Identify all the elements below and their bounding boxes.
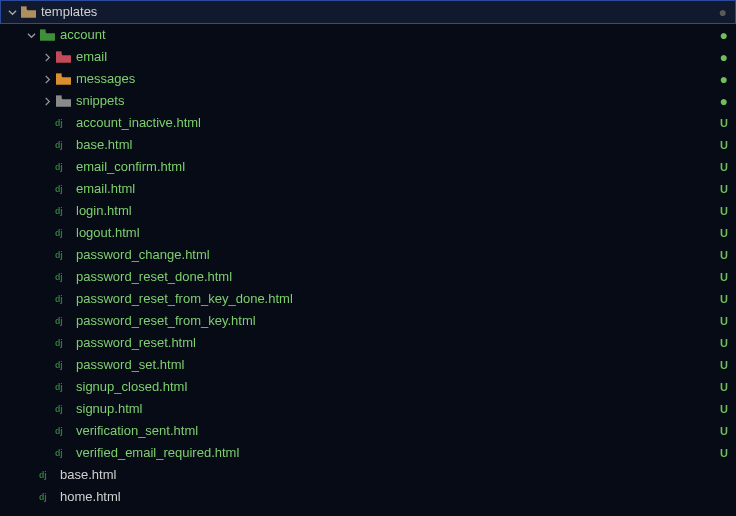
git-status-untracked: U — [720, 244, 728, 266]
folder-red-icon — [54, 51, 72, 63]
tree-item-label: email.html — [76, 178, 135, 200]
git-status-untracked: U — [720, 354, 728, 376]
django-file-icon: dj — [54, 139, 72, 151]
svg-text:dj: dj — [55, 162, 63, 172]
svg-text:dj: dj — [55, 250, 63, 260]
tree-item-label: base.html — [76, 134, 132, 156]
file-tree: templates ● account●email●messages●snipp… — [0, 0, 736, 508]
tree-item-label: snippets — [76, 90, 124, 112]
git-status-dot: ● — [720, 68, 728, 90]
svg-text:dj: dj — [39, 470, 47, 480]
tree-row[interactable]: messages● — [0, 68, 736, 90]
chevron-down-icon[interactable] — [24, 31, 38, 40]
git-status-untracked: U — [720, 332, 728, 354]
tree-item-label: signup_closed.html — [76, 376, 187, 398]
tree-item-label: signup.html — [76, 398, 142, 420]
git-status-dot: ● — [720, 24, 728, 46]
tree-item-label: account — [60, 24, 106, 46]
svg-rect-2 — [56, 51, 62, 54]
svg-text:dj: dj — [55, 448, 63, 458]
tree-row[interactable]: djlogin.htmlU — [0, 200, 736, 222]
django-file-icon: dj — [54, 227, 72, 239]
tree-item-label: email — [76, 46, 107, 68]
tree-row[interactable]: djsignup_closed.htmlU — [0, 376, 736, 398]
django-file-icon: dj — [54, 315, 72, 327]
django-file-icon: dj — [38, 491, 56, 503]
tree-item-label: password_reset_done.html — [76, 266, 232, 288]
git-status-untracked: U — [720, 178, 728, 200]
git-status-untracked: U — [720, 442, 728, 464]
git-status-untracked: U — [720, 398, 728, 420]
svg-rect-1 — [40, 29, 46, 32]
git-status-untracked: U — [720, 376, 728, 398]
tree-row[interactable]: djpassword_change.htmlU — [0, 244, 736, 266]
git-status-untracked: U — [720, 420, 728, 442]
tree-row[interactable]: djlogout.htmlU — [0, 222, 736, 244]
tree-item-label: password_reset_from_key.html — [76, 310, 256, 332]
django-file-icon: dj — [54, 117, 72, 129]
chevron-down-icon[interactable] — [5, 8, 19, 17]
tree-root-row[interactable]: templates ● — [0, 0, 736, 24]
folder-root-icon — [19, 6, 37, 18]
django-file-icon: dj — [54, 359, 72, 371]
tree-row[interactable]: djemail.htmlU — [0, 178, 736, 200]
tree-row[interactable]: djpassword_reset_from_key.htmlU — [0, 310, 736, 332]
tree-item-label: logout.html — [76, 222, 140, 244]
svg-text:dj: dj — [55, 184, 63, 194]
chevron-right-icon[interactable] — [40, 75, 54, 84]
git-status-untracked: U — [720, 288, 728, 310]
tree-item-label: account_inactive.html — [76, 112, 201, 134]
tree-item-label: password_set.html — [76, 354, 184, 376]
django-file-icon: dj — [54, 447, 72, 459]
django-file-icon: dj — [54, 161, 72, 173]
tree-row[interactable]: email● — [0, 46, 736, 68]
git-status-untracked: U — [720, 156, 728, 178]
svg-text:dj: dj — [55, 228, 63, 238]
status-indicator: ● — [719, 1, 727, 23]
tree-row[interactable]: djsignup.htmlU — [0, 398, 736, 420]
django-file-icon: dj — [54, 271, 72, 283]
svg-text:dj: dj — [55, 404, 63, 414]
svg-text:dj: dj — [55, 206, 63, 216]
tree-item-label: verified_email_required.html — [76, 442, 239, 464]
tree-row[interactable]: djpassword_reset_done.htmlU — [0, 266, 736, 288]
tree-row[interactable]: djverification_sent.htmlU — [0, 420, 736, 442]
git-status-untracked: U — [720, 266, 728, 288]
tree-row[interactable]: djpassword_reset_from_key_done.htmlU — [0, 288, 736, 310]
django-file-icon: dj — [54, 249, 72, 261]
tree-item-label: messages — [76, 68, 135, 90]
folder-orange-icon — [54, 73, 72, 85]
django-file-icon: dj — [54, 381, 72, 393]
folder-grey-icon — [54, 95, 72, 107]
tree-item-label: login.html — [76, 200, 132, 222]
tree-row[interactable]: djverified_email_required.htmlU — [0, 442, 736, 464]
tree-row[interactable]: djaccount_inactive.htmlU — [0, 112, 736, 134]
tree-item-label: email_confirm.html — [76, 156, 185, 178]
svg-text:dj: dj — [55, 382, 63, 392]
tree-row[interactable]: djpassword_set.htmlU — [0, 354, 736, 376]
svg-rect-0 — [21, 6, 27, 9]
django-file-icon: dj — [54, 425, 72, 437]
tree-row[interactable]: djemail_confirm.htmlU — [0, 156, 736, 178]
git-status-dot: ● — [720, 46, 728, 68]
tree-row[interactable]: djhome.html — [0, 486, 736, 508]
git-status-untracked: U — [720, 222, 728, 244]
svg-text:dj: dj — [55, 272, 63, 282]
django-file-icon: dj — [54, 293, 72, 305]
svg-text:dj: dj — [55, 426, 63, 436]
git-status-untracked: U — [720, 310, 728, 332]
tree-item-label: password_change.html — [76, 244, 210, 266]
tree-row[interactable]: account● — [0, 24, 736, 46]
django-file-icon: dj — [54, 183, 72, 195]
svg-text:dj: dj — [39, 492, 47, 502]
tree-row[interactable]: djpassword_reset.htmlU — [0, 332, 736, 354]
tree-row[interactable]: snippets● — [0, 90, 736, 112]
tree-row[interactable]: djbase.html — [0, 464, 736, 486]
svg-text:dj: dj — [55, 360, 63, 370]
chevron-right-icon[interactable] — [40, 53, 54, 62]
chevron-right-icon[interactable] — [40, 97, 54, 106]
svg-text:dj: dj — [55, 338, 63, 348]
tree-row[interactable]: djbase.htmlU — [0, 134, 736, 156]
svg-text:dj: dj — [55, 294, 63, 304]
git-status-untracked: U — [720, 134, 728, 156]
